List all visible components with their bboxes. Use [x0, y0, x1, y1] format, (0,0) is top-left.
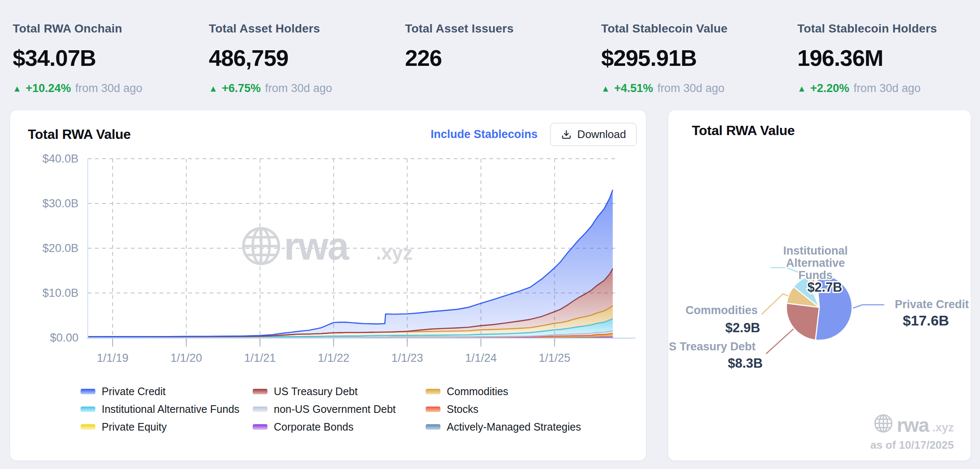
x-axis-label: 1/1/25 — [539, 352, 570, 364]
legend-swatch — [81, 424, 95, 430]
stat-delta: +4.51% — [614, 82, 653, 95]
x-axis-label: 1/1/19 — [97, 352, 128, 364]
legend-item[interactable]: US Treasury Debt — [253, 385, 426, 397]
legend-label: Stocks — [447, 403, 478, 415]
stat-delta: +2.20% — [810, 82, 849, 95]
rwa-xyz-logo: rwa .xyz — [873, 413, 954, 434]
pie-slice-label: Commodities — [686, 304, 758, 317]
legend-item[interactable]: Private Equity — [81, 421, 253, 433]
rwa-watermark: rwa.xyz — [243, 225, 413, 268]
legend-label: US Treasury Debt — [274, 385, 358, 398]
as-of-date: as of 10/17/2025 — [870, 439, 954, 452]
up-triangle-icon: ▲ — [797, 84, 806, 93]
watermark-tld: .xyz — [376, 242, 413, 264]
legend-item[interactable]: Commodities — [426, 385, 607, 397]
pie-leader-line — [853, 305, 884, 308]
legend-item[interactable]: Corporate Bonds — [253, 421, 426, 433]
stat-delta-period: from 30d ago — [657, 82, 724, 95]
stat-total-stablecoin-value: Total Stablecoin Value $295.91B ▲+4.51%f… — [601, 22, 791, 95]
globe-icon — [243, 228, 279, 264]
legend-item[interactable]: non-US Government Debt — [253, 403, 426, 415]
legend-item[interactable]: Private Credit — [81, 385, 253, 397]
legend-item[interactable]: Institutional Alternative Funds — [81, 403, 253, 415]
download-icon — [561, 129, 572, 140]
x-axis-label: 1/1/21 — [244, 352, 276, 364]
stat-delta-period: from 30d ago — [75, 82, 142, 95]
stat-value: $34.07B — [13, 45, 202, 71]
legend-item[interactable]: Stocks — [426, 403, 607, 415]
y-axis-label: $10.0B — [42, 287, 78, 299]
x-axis-label: 1/1/23 — [391, 352, 423, 364]
stat-value: 486,759 — [209, 45, 399, 71]
stacked-area-chart[interactable]: rwa.xyz$0.00$10.0B$20.0B$30.0B$40.0B1/1/… — [10, 148, 646, 372]
x-axis-label: 1/1/20 — [170, 352, 202, 364]
legend-swatch — [253, 424, 267, 430]
area-band-private-credit — [88, 190, 613, 337]
logo-word: rwa — [897, 417, 929, 434]
stat-delta-period: from 30d ago — [265, 82, 332, 95]
stat-label: Total Stablecoin Value — [601, 22, 791, 35]
up-triangle-icon: ▲ — [13, 84, 22, 93]
logo-tld: .xyz — [932, 422, 954, 434]
pie-slice-value: $8.3B — [728, 356, 763, 371]
legend-swatch — [426, 424, 440, 430]
pie-slice-label: US Treasury Debt — [668, 340, 756, 353]
x-axis-label: 1/1/22 — [318, 352, 349, 364]
legend-swatch — [81, 407, 95, 412]
stat-value: 196.36M — [797, 45, 980, 71]
legend-label: Corporate Bonds — [274, 421, 354, 433]
stat-value: $295.91B — [601, 45, 791, 71]
chart-legend: Private Credit US Treasury Debt Commodit… — [81, 385, 607, 433]
stat-label: Total RWA Onchain — [13, 22, 202, 35]
legend-label: Commodities — [447, 385, 508, 398]
stat-label: Total Asset Holders — [209, 22, 399, 35]
pie-slice-value: $2.9B — [725, 320, 760, 335]
stat-value: 226 — [405, 45, 595, 71]
legend-swatch — [253, 407, 267, 412]
legend-label: Institutional Alternative Funds — [102, 403, 240, 415]
include-stablecoins-link[interactable]: Include Stablecoins — [431, 128, 538, 141]
pie-leader-line — [761, 294, 788, 314]
y-axis-label: $30.0B — [42, 197, 78, 210]
stat-total-stablecoin-holders: Total Stablecoin Holders 196.36M ▲+2.20%… — [797, 22, 980, 95]
stat-label: Total Asset Issuers — [405, 22, 595, 35]
up-triangle-icon: ▲ — [601, 84, 610, 93]
legend-item[interactable]: Actively-Managed Strategies — [426, 421, 607, 433]
legend-swatch — [81, 389, 95, 394]
pie-slice-label: Institutional — [783, 244, 848, 257]
total-rwa-value-pie-card: Total RWA Value Private Credit$17.6BUS T… — [668, 110, 971, 461]
stat-delta: +6.75% — [222, 82, 261, 95]
pie-slice-value: $17.6B — [903, 312, 949, 328]
rwa-pie-chart[interactable]: Private Credit$17.6BUS Treasury Debt$8.3… — [668, 144, 971, 406]
x-axis-label: 1/1/24 — [465, 352, 497, 364]
pie-slice-label: Private Credit — [895, 298, 969, 311]
pie-slice-value: $2.7B — [807, 280, 842, 295]
pie-slice-us-treasury-debt[interactable] — [786, 303, 819, 340]
y-axis-label: $40.0B — [42, 152, 78, 165]
y-axis-label: $0.00 — [50, 331, 78, 344]
stat-total-asset-issuers: Total Asset Issuers 226 — [405, 22, 595, 71]
globe-icon — [873, 413, 894, 434]
legend-label: non-US Government Debt — [274, 403, 396, 415]
pie-slice-label: Alternative — [786, 257, 845, 269]
stat-delta: +10.24% — [26, 82, 71, 95]
download-button-label: Download — [577, 128, 626, 141]
watermark-text: rwa — [284, 225, 349, 268]
legend-label: Private Credit — [102, 385, 165, 398]
y-axis-label: $20.0B — [42, 242, 78, 255]
legend-swatch — [426, 389, 440, 394]
stat-delta-period: from 30d ago — [853, 82, 921, 95]
legend-swatch — [253, 389, 267, 394]
total-rwa-value-area-card: Total RWA Value Include Stablecoins Down… — [10, 110, 646, 461]
up-triangle-icon: ▲ — [209, 84, 218, 93]
legend-swatch — [426, 407, 440, 412]
stat-label: Total Stablecoin Holders — [797, 22, 980, 35]
download-button[interactable]: Download — [550, 123, 637, 146]
stat-total-asset-holders: Total Asset Holders 486,759 ▲+6.75%from … — [209, 22, 399, 95]
legend-label: Actively-Managed Strategies — [447, 421, 581, 433]
pie-card-title: Total RWA Value — [692, 123, 795, 138]
area-card-title: Total RWA Value — [28, 127, 131, 142]
legend-label: Private Equity — [102, 421, 167, 433]
pie-leader-line — [766, 329, 794, 354]
stat-total-rwa-onchain: Total RWA Onchain $34.07B ▲+10.24%from 3… — [13, 22, 202, 95]
